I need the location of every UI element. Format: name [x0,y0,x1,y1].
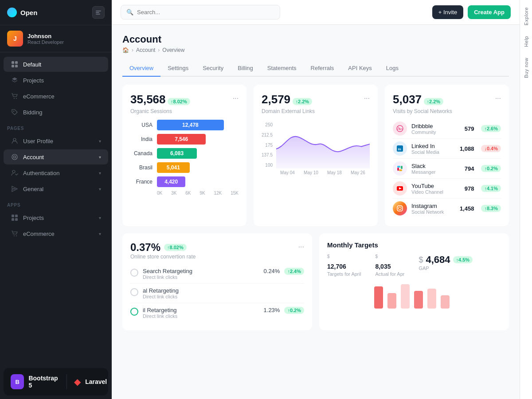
bar-usa: 12,478 [157,120,224,130]
avatar: J [7,31,23,47]
sessions-menu[interactable]: ··· [233,94,239,102]
invite-button[interactable]: + Invite [432,5,463,19]
retargeting-list: Search Retargeting Direct link clicks 0.… [130,264,304,322]
breadcrumb: 🏠 › Account › Overview [122,47,509,53]
tag-icon [11,108,19,116]
slack-name: Slack [411,163,460,169]
retargeting-name-1: Search Retargeting [143,268,192,274]
dribbble-icon [393,121,407,136]
svg-rect-4 [15,61,18,64]
search-box[interactable]: 🔍 [121,5,280,20]
grid-icon [11,60,19,68]
bar-country-canada: Canada [130,150,153,156]
dribbble-badge: ↑2.6% [481,125,501,132]
user-section: J Johnson React Developer [0,25,112,52]
cart-icon-apps [11,230,19,238]
bar-row-canada: Canada 6,083 [130,148,239,159]
sidebar-item-authentication[interactable]: Authentication ▾ [4,165,108,180]
gap-sub: GAP [419,266,473,271]
tab-overview[interactable]: Overview [122,60,160,77]
svg-rect-17 [15,218,18,221]
y-label-250: 250 [262,122,273,127]
domain-menu[interactable]: ··· [364,94,370,102]
linkedin-badge: ↓0.4% [481,145,501,152]
user-check-icon [11,169,19,177]
bar-india: 7,546 [157,134,206,145]
tab-statements[interactable]: Statements [260,60,304,77]
tab-billing[interactable]: Billing [231,60,260,77]
svg-rect-3 [12,61,14,64]
tab-security[interactable]: Security [196,60,231,77]
explore-label[interactable]: Explore [524,7,529,25]
tab-logs[interactable]: Logs [379,60,406,77]
sidebar-item-general[interactable]: General ▾ [4,181,108,196]
nav-label-projects: Projects [23,77,44,84]
stat-card-domain: 2,579 ↑2.2% ··· Domain External Links 25… [254,85,378,226]
monthly-targets-title: Monthly Targets [327,241,378,249]
sidebar-item-account[interactable]: Account ▾ [4,149,108,164]
sidebar-toggle[interactable] [92,6,105,19]
sessions-label: Organic Sessions [130,108,239,114]
help-label[interactable]: Help [524,36,529,47]
tabs: Overview Settings Security Billing State… [122,60,509,77]
bar-row-india: India 7,546 [130,134,239,145]
linkedin-type: Social Media [411,149,455,155]
sidebar-item-ecommerce[interactable]: eCommerce [4,89,108,104]
monthly-targets-header: Monthly Targets [327,241,501,249]
dribbble-info: Dribbble Community [411,123,460,135]
slack-info: Slack Messanger [411,163,460,175]
stat-card-social: 5,037 ↑2.2% ··· Visits by Social Network… [385,85,509,226]
sidebar-item-bidding[interactable]: Bidding [4,105,108,120]
monthly-actual-item: $ 8,035 Actual for Apr [375,254,404,277]
nav-label-ecommerce: eCommerce [23,93,55,100]
sidebar-item-user-profile[interactable]: User Profile ▾ [4,133,108,149]
actual-label: $ [375,254,404,259]
social-menu[interactable]: ··· [495,94,501,102]
svg-rect-2 [96,14,100,15]
bar-country-usa: USA [130,122,153,128]
sidebar-item-app-ecommerce[interactable]: eCommerce ▾ [4,226,108,241]
bar-country-france: France [130,179,153,185]
sidebar-logo: Open [7,8,37,17]
conversion-value: 0.37% [130,241,160,254]
svg-point-20 [397,125,403,132]
sidebar-item-default[interactable]: Default [4,57,108,72]
x-label-may04: May 04 [280,170,295,175]
search-input[interactable] [137,9,274,16]
conversion-label: Online store convertion rate [130,254,196,260]
laravel-icon: ◆ [74,377,81,386]
monthly-chart [327,282,501,309]
svg-point-10 [13,138,16,141]
breadcrumb-overview: Overview [162,47,184,53]
social-value: 5,037 [393,93,422,106]
svg-rect-29 [397,206,403,211]
sidebar-item-projects[interactable]: Projects [4,73,108,88]
line-chart-svg [276,120,370,168]
svg-point-18 [14,235,15,236]
social-list: Dribbble Community 579 ↑2.6% in Linked I… [393,119,501,218]
social-item-dribbble: Dribbble Community 579 ↑2.6% [393,119,501,139]
bootstrap-b: B [16,379,20,385]
breadcrumb-account[interactable]: Account [136,47,155,53]
bootstrap-section: B Bootstrap 5 [11,374,59,389]
sidebar-item-app-projects[interactable]: Projects ▾ [4,210,108,225]
monthly-numbers: $ 12,706 Targets for April $ 8,035 Actua… [327,254,501,277]
bar-brasil: 5,041 [157,162,190,173]
tab-settings[interactable]: Settings [160,60,196,77]
buy-now-label[interactable]: Buy now [524,58,529,78]
retargeting-name-3: il Retargeting [143,307,177,313]
domain-badge: ↑2.2% [293,98,313,105]
sessions-badge: ↑8.02% [168,98,190,105]
linkedin-name: Linked In [411,143,455,149]
retargeting-badge-3: ↑0.2% [284,307,304,314]
nav-label-default: Default [23,61,41,68]
conversion-menu[interactable]: ··· [298,243,304,251]
create-app-button[interactable]: Create App [468,5,511,19]
conversion-header: 0.37% ↑8.02% Online store convertion rat… [130,241,304,264]
instagram-name: Instagram [411,203,455,209]
tab-api-keys[interactable]: API Keys [341,60,379,77]
svg-point-30 [399,207,401,210]
targets-label: $ [327,254,361,259]
tab-referrals[interactable]: Referrals [304,60,341,77]
sidebar-footer: B Bootstrap 5 ◆ Laravel [4,368,108,395]
